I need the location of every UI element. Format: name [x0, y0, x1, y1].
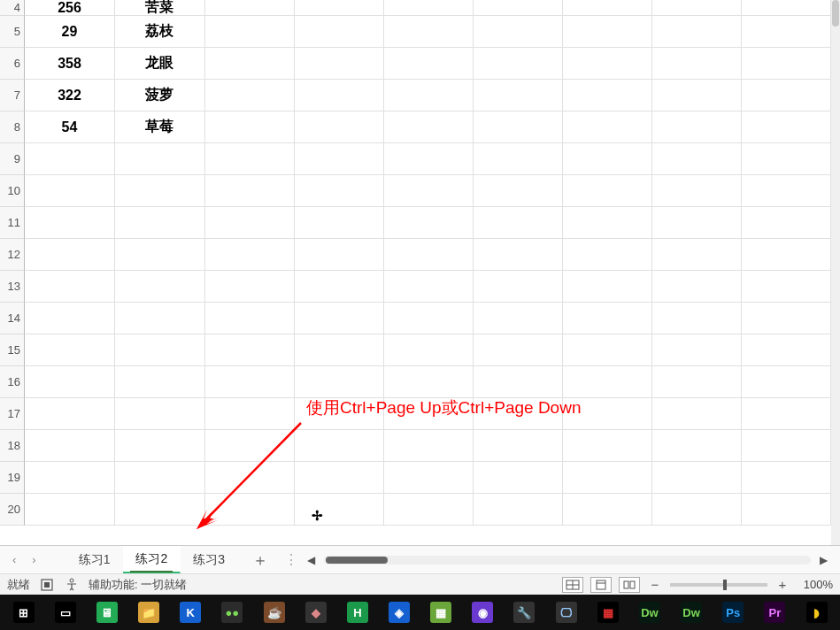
cell[interactable]	[474, 111, 563, 143]
cell[interactable]	[295, 430, 384, 462]
taskbar-item-app-monitor[interactable]: 🖵	[546, 597, 586, 627]
cell[interactable]	[205, 494, 295, 526]
cell[interactable]	[563, 80, 652, 111]
cell[interactable]	[25, 143, 115, 175]
cell[interactable]	[25, 207, 115, 239]
cell[interactable]: 草莓	[115, 111, 205, 143]
cell[interactable]	[295, 207, 384, 239]
cell[interactable]	[384, 111, 474, 143]
cell[interactable]	[205, 366, 295, 398]
taskbar-item-app-k[interactable]: K	[171, 597, 211, 627]
cell[interactable]	[742, 16, 831, 48]
cell[interactable]	[563, 48, 652, 80]
taskbar-item-task-view[interactable]: ▭	[45, 597, 85, 627]
spreadsheet-grid[interactable]: 4 5 6 7 8 9 10 11 12 13 14 15 16 17 18 1…	[0, 0, 840, 545]
cell[interactable]	[742, 111, 831, 143]
cell[interactable]	[563, 239, 652, 271]
cell[interactable]	[115, 143, 205, 175]
cell[interactable]	[295, 48, 384, 80]
accessibility-icon[interactable]	[64, 577, 80, 593]
row-header[interactable]: 14	[0, 303, 25, 334]
cell[interactable]	[742, 48, 831, 80]
cell[interactable]	[384, 271, 474, 303]
cell[interactable]	[742, 80, 831, 111]
cell[interactable]	[384, 175, 474, 207]
cell[interactable]	[295, 0, 384, 16]
cell[interactable]	[384, 366, 474, 398]
cell[interactable]	[384, 239, 474, 271]
add-sheet-button[interactable]: ＋	[238, 549, 282, 571]
cell[interactable]	[205, 271, 295, 303]
cell[interactable]	[25, 271, 115, 303]
cell[interactable]	[115, 175, 205, 207]
cell[interactable]	[742, 366, 831, 398]
cell[interactable]	[205, 143, 295, 175]
cell[interactable]	[474, 430, 563, 462]
cell[interactable]	[742, 334, 831, 366]
cell[interactable]	[115, 462, 205, 494]
cell[interactable]	[563, 494, 652, 526]
cell[interactable]	[742, 0, 831, 16]
cell[interactable]: 龙眼	[115, 48, 205, 80]
row-header[interactable]: 16	[0, 366, 25, 398]
cell[interactable]	[652, 398, 742, 430]
horizontal-scrollbar[interactable]: ◀ ▶	[300, 554, 840, 566]
cell[interactable]	[474, 16, 563, 48]
cell[interactable]: 菠萝	[115, 80, 205, 111]
cell[interactable]	[474, 494, 563, 526]
cell[interactable]: 256	[25, 0, 115, 16]
row-header[interactable]: 15	[0, 334, 25, 366]
cell[interactable]	[115, 239, 205, 271]
cell[interactable]	[474, 143, 563, 175]
cell[interactable]	[295, 175, 384, 207]
cell[interactable]	[563, 0, 652, 16]
row-header[interactable]: 20	[0, 494, 25, 526]
cell[interactable]	[205, 111, 295, 143]
zoom-percent[interactable]: 100%	[798, 578, 833, 591]
cell[interactable]	[563, 111, 652, 143]
hscroll-left-icon[interactable]: ◀	[304, 554, 319, 566]
cell[interactable]	[295, 271, 384, 303]
cell[interactable]	[205, 48, 295, 80]
cell[interactable]	[115, 494, 205, 526]
cell[interactable]	[115, 271, 205, 303]
row-header[interactable]: 6	[0, 48, 25, 80]
cell[interactable]	[652, 175, 742, 207]
cell[interactable]	[384, 462, 474, 494]
sheet-tab-1[interactable]: 练习1	[66, 546, 124, 573]
cell[interactable]	[205, 207, 295, 239]
row-header[interactable]: 7	[0, 80, 25, 111]
row-header[interactable]: 5	[0, 16, 25, 48]
cell[interactable]: 苦菜	[115, 0, 205, 16]
cell[interactable]	[295, 80, 384, 111]
cell[interactable]	[205, 16, 295, 48]
taskbar-item-app-grid[interactable]: ▦	[588, 597, 628, 627]
row-header[interactable]: 9	[0, 143, 25, 175]
hscroll-track[interactable]	[324, 556, 811, 565]
cell[interactable]	[652, 366, 742, 398]
cell[interactable]	[563, 143, 652, 175]
cell[interactable]: 荔枝	[115, 16, 205, 48]
cell[interactable]	[474, 366, 563, 398]
cell[interactable]	[474, 271, 563, 303]
taskbar-item-app-yellow[interactable]: ◗	[797, 597, 836, 627]
cell[interactable]	[384, 334, 474, 366]
cell[interactable]	[384, 16, 474, 48]
cell[interactable]	[652, 111, 742, 143]
cell[interactable]	[474, 80, 563, 111]
cell[interactable]: 358	[25, 48, 115, 80]
taskbar-item-dreamweaver-1[interactable]: Dw	[629, 597, 669, 627]
row-header[interactable]: 13	[0, 271, 25, 303]
sheet-tab-2[interactable]: 练习2	[123, 546, 181, 573]
view-page-break-button[interactable]	[619, 577, 640, 593]
cell[interactable]	[742, 143, 831, 175]
cell[interactable]	[295, 366, 384, 398]
cell[interactable]	[742, 239, 831, 271]
taskbar-item-app-h[interactable]: H	[337, 597, 377, 627]
cell[interactable]	[205, 462, 295, 494]
sheet-tab-3[interactable]: 练习3	[181, 546, 238, 573]
cell[interactable]	[474, 239, 563, 271]
cell[interactable]	[205, 0, 295, 16]
cell[interactable]	[474, 0, 563, 16]
cell[interactable]	[652, 207, 742, 239]
